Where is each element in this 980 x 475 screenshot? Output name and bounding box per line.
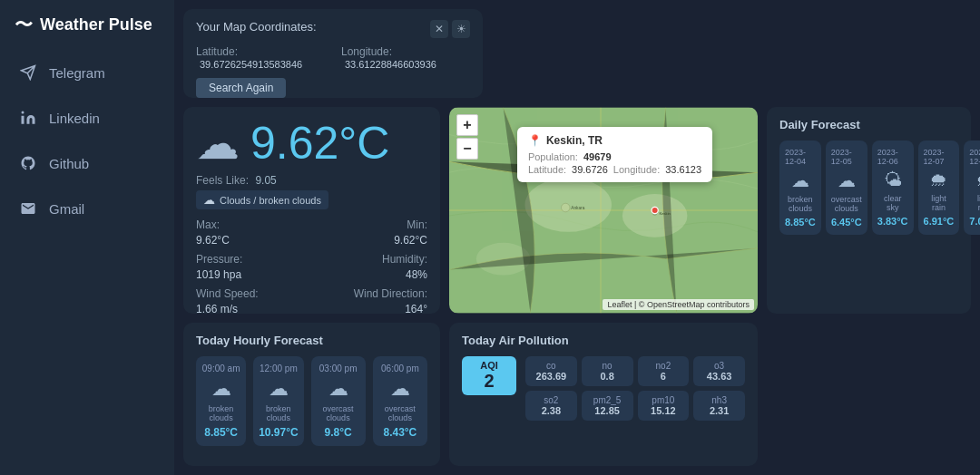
poll-value: 2.38 <box>531 405 572 416</box>
sidebar-item-label: Linkedin <box>49 111 100 126</box>
humidity-value: 48% <box>313 268 427 281</box>
temp-section: ☁ 9.62°C <box>196 118 427 169</box>
air-pollution-panel: Today Air Pollution AQI 2 co 263.69 no 0… <box>449 323 758 466</box>
daily-date: 2023-12-05 <box>831 148 862 166</box>
lon-label: Longitude: <box>341 45 392 58</box>
hourly-title: Today Hourly Forecast <box>196 334 427 347</box>
max-value: 9.62°C <box>196 234 310 247</box>
daily-cloud-icon: 🌧 <box>929 170 947 190</box>
hourly-cloud-icon: ☁ <box>328 377 348 401</box>
hourly-item: 06:00 pm ☁ overcast clouds 8.43°C <box>373 356 427 446</box>
poll-value: 0.8 <box>587 371 628 382</box>
wind-speed-label: Wind Speed: <box>196 287 310 300</box>
top-spacer <box>492 9 971 98</box>
temperature-display: 9.62°C <box>250 121 389 166</box>
poll-value: 2.31 <box>699 405 740 416</box>
app-title-text: Weather Pulse <box>40 15 152 34</box>
daily-condition: light rain <box>969 194 980 212</box>
pin-icon: 📍 <box>528 134 542 147</box>
condition-badge: ☁ Clouds / broken clouds <box>196 190 328 209</box>
daily-temp: 6.45°C <box>831 217 862 228</box>
sidebar-item-label: Gmail <box>49 201 84 217</box>
github-icon <box>18 153 38 173</box>
pollution-grid: co 263.69 no 0.8 no2 6 o3 43.63 so2 2.38… <box>525 356 745 421</box>
pressure-value: 1019 hpa <box>196 268 310 281</box>
coordinates-card: Your Map Coordinates: ✕ ☀ Latitude: 39.6… <box>183 9 483 98</box>
map-zoom-controls: + − <box>456 114 478 160</box>
hourly-cloud-icon: ☁ <box>390 377 410 401</box>
aqi-badge: AQI 2 <box>462 356 516 395</box>
hourly-item: 12:00 pm ☁ broken clouds 10.97°C <box>253 356 303 446</box>
content-area: Your Map Coordinates: ✕ ☀ Latitude: 39.6… <box>174 0 980 475</box>
sidebar-nav: Telegram Linkedin Github Gmail <box>0 50 174 231</box>
sidebar-item-linkedin[interactable]: Linkedin <box>0 95 174 141</box>
pollution-item: co 263.69 <box>525 356 577 386</box>
linkedin-icon <box>18 108 38 128</box>
daily-date: 2023-12-04 <box>785 148 816 166</box>
poll-label: no <box>587 361 628 371</box>
poll-value: 15.12 <box>643 405 684 416</box>
daily-item: 2023-12-08 🌧 light rain 7.01°C <box>964 141 980 235</box>
pollution-item: no2 6 <box>638 356 690 386</box>
daily-temp: 7.01°C <box>969 216 980 227</box>
daily-item: 2023-12-04 ☁ broken clouds 8.85°C <box>779 141 821 235</box>
poll-label: pm10 <box>643 395 684 405</box>
daily-date: 2023-12-07 <box>924 148 955 166</box>
svg-point-5 <box>561 203 570 212</box>
sidebar-item-gmail[interactable]: Gmail <box>0 186 174 231</box>
poll-label: o3 <box>699 361 740 371</box>
gmail-icon <box>18 199 38 218</box>
svg-text:Ankara: Ankara <box>571 206 584 210</box>
tooltip-lon-value: 33.6123 <box>665 164 701 175</box>
poll-label: no2 <box>643 361 684 371</box>
pollution-item: nh3 2.31 <box>693 391 745 421</box>
svg-point-0 <box>22 111 24 114</box>
telegram-icon <box>18 63 38 82</box>
hourly-condition: overcast clouds <box>317 404 360 422</box>
lat-value: 39.6726254913583846 <box>200 59 302 70</box>
map-panel: Ankara Keskin 📍 Keskin, TR Population: 4… <box>449 107 758 314</box>
daily-condition: clear sky <box>877 194 908 212</box>
hourly-time: 03:00 pm <box>319 364 358 373</box>
wind-dir-value: 164° <box>313 303 427 315</box>
daily-items: 2023-12-04 ☁ broken clouds 8.85°C 2023-1… <box>779 141 958 235</box>
daily-condition: broken clouds <box>785 195 816 213</box>
zoom-in-button[interactable]: + <box>456 114 478 136</box>
daily-date: 2023-12-08 <box>969 148 980 166</box>
tooltip-lon-label: Longitude: <box>613 164 660 175</box>
coords-title: Your Map Coordinates: <box>196 20 317 34</box>
hourly-items: 09:00 am ☁ broken clouds 8.85°C 12:00 pm… <box>196 356 427 446</box>
sidebar-item-label: Telegram <box>49 65 105 81</box>
sidebar-item-label: Github <box>49 156 89 171</box>
daily-temp: 3.83°C <box>877 216 908 227</box>
zoom-out-button[interactable]: − <box>456 138 478 160</box>
hourly-time: 06:00 pm <box>381 364 419 373</box>
daily-cloud-icon: 🌤 <box>884 170 902 190</box>
daily-cloud-icon: ☁ <box>838 170 856 191</box>
poll-value: 43.63 <box>699 371 740 382</box>
sidebar-item-telegram[interactable]: Telegram <box>0 50 174 95</box>
humidity-label: Humidity: <box>313 253 427 266</box>
daily-item: 2023-12-06 🌤 clear sky 3.83°C <box>872 141 914 235</box>
sidebar-item-github[interactable]: Github <box>0 141 174 186</box>
lat-label: Latitude: <box>196 45 238 58</box>
close-button[interactable]: ✕ <box>430 20 448 38</box>
pressure-label: Pressure: <box>196 253 310 266</box>
cloud-icon-large: ☁ <box>196 118 240 169</box>
min-label: Min: <box>313 218 427 231</box>
svg-point-3 <box>622 194 688 238</box>
weather-pulse-icon: 〜 <box>15 13 33 37</box>
daily-cloud-icon: 🌧 <box>975 170 980 190</box>
hourly-item: 09:00 am ☁ broken clouds 8.85°C <box>196 356 246 446</box>
sun-mode-button[interactable]: ☀ <box>452 20 470 38</box>
daily-item: 2023-12-07 🌧 light rain 6.91°C <box>918 141 960 235</box>
pollution-item: pm10 15.12 <box>638 391 690 421</box>
feels-like: Feels Like: 9.05 <box>196 174 427 187</box>
search-again-button[interactable]: Search Again <box>196 78 286 98</box>
pollution-item: o3 43.63 <box>693 356 745 386</box>
daily-forecast-title: Daily Forecast <box>779 118 958 131</box>
poll-label: pm2_5 <box>587 395 628 405</box>
bottom-right-spacer <box>767 323 971 466</box>
svg-text:Keskin: Keskin <box>659 211 671 216</box>
daily-temp: 6.91°C <box>924 216 955 227</box>
